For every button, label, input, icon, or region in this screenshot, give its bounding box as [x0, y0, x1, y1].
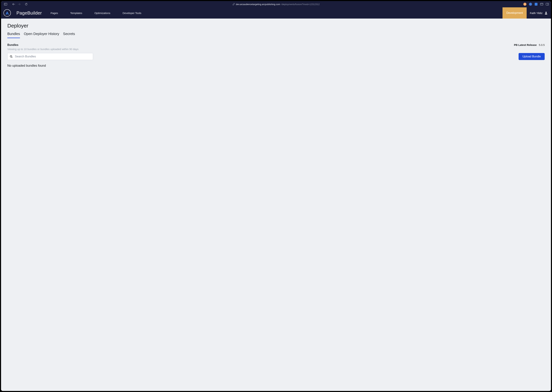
release-info: PB Latest Release 5.0.5 [514, 43, 545, 46]
window-split-icon[interactable] [540, 3, 543, 5]
top-nav: Pages Templates Optimizations Developer … [51, 12, 141, 14]
app-logo[interactable] [3, 9, 11, 17]
svg-rect-0 [4, 3, 7, 5]
app-header: PageBuilder Pages Templates Optimization… [1, 7, 551, 19]
extension-icon[interactable] [529, 3, 532, 6]
page-tabs: Bundles Open Deployer History Secrets [7, 32, 545, 38]
main-content: Deployer Bundles Open Deployer History S… [1, 19, 551, 391]
chrome-nav-group [3, 2, 29, 7]
app-window: dev.arcaudiencetargeting.arcpublishing.c… [1, 1, 551, 391]
tab-bundles[interactable]: Bundles [7, 32, 20, 38]
nav-pages[interactable]: Pages [51, 12, 58, 14]
app-title[interactable]: PageBuilder [16, 10, 42, 16]
empty-bundles-message: No uploaded bundles found [7, 64, 545, 68]
nav-developer-tools[interactable]: Developer Tools [123, 12, 141, 14]
upload-bundle-button[interactable]: Upload Bundle [519, 53, 545, 60]
extension-icon[interactable] [535, 3, 538, 6]
svg-rect-5 [546, 3, 549, 5]
nav-optimizations[interactable]: Optimizations [94, 12, 110, 14]
page-title: Deployer [7, 23, 545, 29]
browser-chrome: dev.arcaudiencetargeting.arcpublishing.c… [1, 1, 551, 7]
url-path: /deployments/fusion/?mxid=12312312 [281, 3, 320, 6]
svg-line-9 [12, 57, 12, 58]
sidebar-toggle-icon[interactable] [3, 2, 8, 7]
chrome-extensions [523, 3, 549, 6]
section-title: Bundles [7, 43, 18, 47]
controls-row: Upload Bundle [7, 53, 545, 60]
svg-rect-2 [535, 3, 538, 6]
url-host: dev.arcaudiencetargeting.arcpublishing.c… [236, 3, 280, 6]
tab-secrets[interactable]: Secrets [63, 32, 75, 38]
svg-rect-3 [540, 3, 543, 5]
link-icon [232, 3, 235, 5]
reload-button[interactable] [24, 2, 29, 7]
svg-point-7 [545, 12, 547, 13]
search-bundles-wrap[interactable] [7, 53, 93, 60]
back-button[interactable] [11, 2, 16, 7]
tab-open-deployer-history[interactable]: Open Deployer History [24, 32, 59, 38]
release-version: 5.0.5 [539, 43, 545, 46]
url-bar[interactable]: dev.arcaudiencetargeting.arcpublishing.c… [29, 3, 523, 6]
user-menu[interactable]: Fatih Yildiz [527, 11, 551, 15]
environment-badge[interactable]: Development [503, 7, 527, 19]
section-header-row: Bundles PB Latest Release 5.0.5 [7, 43, 545, 47]
nav-templates[interactable]: Templates [70, 12, 82, 14]
forward-button[interactable] [17, 2, 22, 7]
user-icon [544, 11, 548, 15]
search-bundles-input[interactable] [15, 55, 91, 58]
release-label: PB Latest Release [514, 43, 537, 46]
extension-icon[interactable] [523, 3, 526, 6]
search-icon [10, 55, 13, 58]
panel-icon[interactable] [546, 3, 549, 5]
section-subtitle: Viewing up to 10 bundles or bundles uplo… [7, 48, 545, 51]
user-name: Fatih Yildiz [530, 12, 543, 14]
